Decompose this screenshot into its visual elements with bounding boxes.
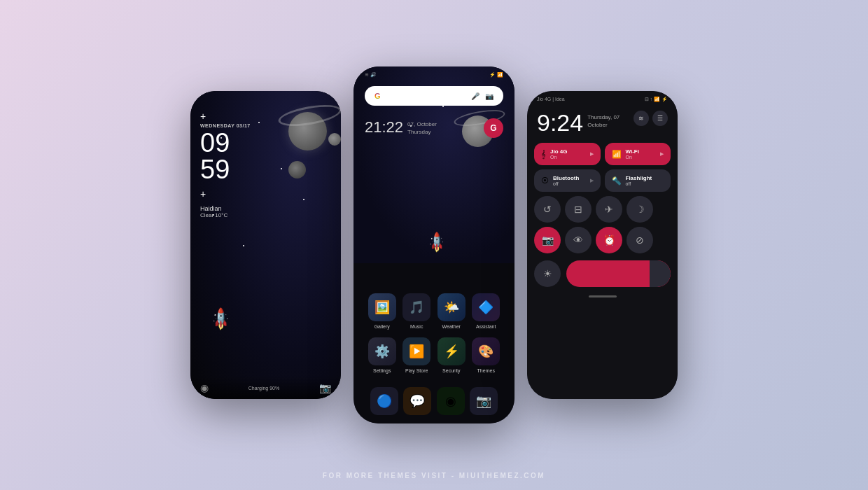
jio4g-label: Jio 4G [550,148,567,155]
app-themes[interactable]: 🎨 Themes [470,337,502,373]
phone-3: Jio 4G | Idea ⊟ ↑ 📶 ⚡ 9:24 Thursday, 07 … [527,91,678,399]
settings-icon: ⚙️ [368,337,396,365]
jio4g-chevron: ▶ [590,151,594,157]
p2-date-line2: Thursday [407,129,430,135]
phone-1-screen: Emergency calls only ⊕ ≋ ⚡ + WEDNESDAY 0… [190,91,341,399]
p1-date: WEDNESDAY 03/17 [200,123,331,128]
p1-add-widget-2[interactable]: + [200,188,331,200]
app-security[interactable]: ⚡ Security [435,337,468,373]
toggle-wifi[interactable]: 📶 Wi-Fi On ▶ [605,143,671,165]
phone-2: ≋ 🔊 ⚡ 📶 G 🎤 📷 21:22 07, Octo [354,66,514,424]
p3-header-icons: ≋ ☰ [634,111,668,126]
watermark: FOR MORE THEMES VISIT - MIUITHEMEZ.COM [323,472,545,479]
playstore-label: Play Store [405,368,428,373]
phone-1: Emergency calls only ⊕ ≋ ⚡ + WEDNESDAY 0… [190,91,341,399]
lens-search-icon[interactable]: 📷 [485,92,493,100]
home-indicator [589,295,617,298]
p3-quick-actions: ↺ ⊟ ✈ ☽ 📷 👁 ⏰ ⊘ [527,196,678,253]
dock-flickr[interactable]: 🔵 [368,387,400,415]
p3-status-icons: ⊟ ↑ 📶 ⚡ [645,97,668,102]
p2-time: 21:22 [365,118,403,136]
p1-camera-icon[interactable]: 📷 [319,382,331,393]
brightness-slider[interactable] [566,260,671,287]
p3-brightness-row: ☀ [527,258,678,291]
app-weather[interactable]: 🌤️ Weather [435,293,468,329]
toggle-bluetooth[interactable]: ⦿ Bluetooth off ▶ [534,169,601,192]
p2-app-row-1: 🖼️ Gallery 🎵 Music 🌤️ Weather 🔷 [365,293,503,329]
gallery-icon: 🖼️ [368,293,396,321]
brightness-icon: ☀ [543,268,552,279]
p3-toggles: 𝄞 Jio 4G On ▶ 📶 Wi-Fi On [527,137,678,192]
p2-app-grid: 🖼️ Gallery 🎵 Music 🌤️ Weather 🔷 [354,293,514,382]
p1-charging-text: Charging 90% [248,386,279,391]
qa-block-icon[interactable]: ⊘ [626,227,653,253]
p2-datetime: 21:22 07, October Thursday G [354,111,514,141]
assistant-label: Assistant [476,324,496,329]
flashlight-label: Flashlight [626,175,652,181]
phones-container: Emergency calls only ⊕ ≋ ⚡ + WEDNESDAY 0… [190,66,678,424]
p3-carrier: Jio 4G | Idea [537,97,565,102]
brightness-icon-btn[interactable]: ☀ [534,260,561,287]
qa-screen-icon[interactable]: ⊟ [565,196,592,223]
p1-bottom-left-icon[interactable]: ◉ [200,382,209,393]
p1-hour: 09 [200,130,331,156]
p2-status-left: ≋ 🔊 [365,72,377,78]
camera-icon: 📷 [470,387,498,415]
p3-icon-btn-2[interactable]: ☰ [652,111,668,126]
chrome-icon: ◉ [437,387,465,415]
qa-camera-icon[interactable]: 📷 [534,227,561,253]
qa-airplane-icon[interactable]: ✈ [596,196,622,223]
jio4g-status: On [550,155,567,160]
p1-weather: Haidian Clear 10°C [200,205,331,218]
p1-bottom-bar: ◉ Charging 90% 📷 [190,377,341,399]
qa-rotate-icon[interactable]: ↺ [534,196,561,223]
qa-row-2: 📷 👁 ⏰ ⊘ [534,227,671,253]
dock-bubble[interactable]: 💬 [401,387,433,415]
dock-camera[interactable]: 📷 [468,387,500,415]
google-g-logo: G [374,92,381,100]
app-assistant[interactable]: 🔷 Assistant [470,293,502,329]
toggle-flashlight[interactable]: 🔦 Flashlight off [605,169,671,192]
p3-icon-btn-1[interactable]: ≋ [634,111,649,126]
toggle-row-2: ⦿ Bluetooth off ▶ 🔦 Flashlight off [534,169,671,192]
voice-search-icon[interactable]: 🎤 [471,92,479,100]
bluetooth-label: Bluetooth [553,175,579,181]
p3-status-bar: Jio 4G | Idea ⊟ ↑ 📶 ⚡ [527,91,678,105]
flickr-icon: 🔵 [370,387,398,415]
themes-label: Themes [477,368,495,373]
playstore-icon: ▶️ [402,337,430,365]
p2-search-bar[interactable]: G 🎤 📷 [365,86,503,106]
toggle-row-1: 𝄞 Jio 4G On ▶ 📶 Wi-Fi On [534,143,671,165]
p1-city: Haidian [200,205,331,212]
security-icon: ⚡ [438,337,465,365]
qa-moon-icon[interactable]: ☽ [626,196,653,223]
wifi-text: Wi-Fi On [626,148,639,160]
star [243,245,244,246]
p2-content: ≋ 🔊 ⚡ 📶 G 🎤 📷 21:22 07, Octo [354,66,514,141]
p1-time: 09 59 [200,130,331,183]
qa-row-1: ↺ ⊟ ✈ ☽ [534,196,671,223]
app-playstore[interactable]: ▶️ Play Store [400,337,433,373]
jio4g-icon: 𝄞 [541,150,546,159]
dock-chrome[interactable]: ◉ [435,387,467,415]
bluetooth-status: off [553,181,579,186]
app-music[interactable]: 🎵 Music [400,293,433,329]
google-account-icon[interactable]: G [484,118,503,138]
qa-clock-icon[interactable]: ⏰ [596,227,622,253]
settings-label: Settings [373,368,391,373]
p2-app-row-2: ⚙️ Settings ▶️ Play Store ⚡ Security � [365,337,503,373]
brightness-track [650,260,671,287]
app-gallery[interactable]: 🖼️ Gallery [366,293,398,329]
wifi-chevron: ▶ [660,151,664,157]
flashlight-status: off [626,181,652,186]
bubble-icon: 💬 [403,387,431,415]
p1-add-widget-1[interactable]: + [200,111,331,122]
toggle-jio4g[interactable]: 𝄞 Jio 4G On ▶ [534,143,601,165]
bluetooth-text: Bluetooth off [553,175,579,186]
p1-minute: 59 [200,156,331,183]
p2-status-right: ⚡ 📶 [489,72,503,78]
app-settings[interactable]: ⚙️ Settings [366,337,398,373]
bluetooth-chevron: ▶ [590,178,594,183]
qa-eye-icon[interactable]: 👁 [565,227,592,253]
weather-icon: 🌤️ [438,293,465,321]
